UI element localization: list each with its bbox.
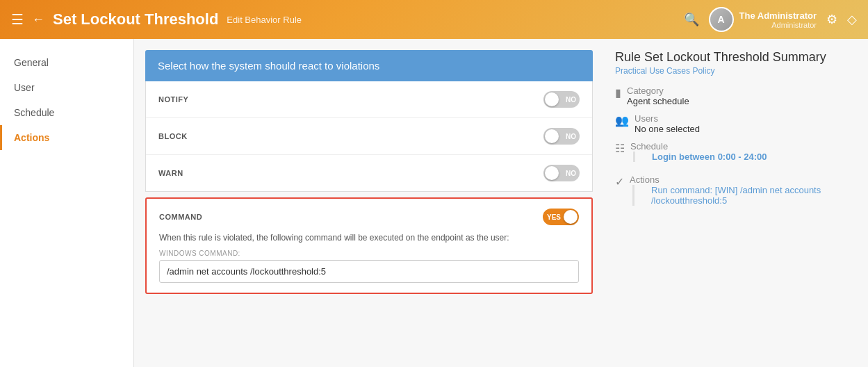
- summary-title: Rule Set Lockout Threshold Summary: [615, 50, 857, 65]
- content-left: Select how the system should react to vi…: [134, 39, 604, 367]
- avatar-image: A: [710, 8, 732, 31]
- users-icon: 👥: [615, 114, 629, 127]
- schedule-indent: Login between 0:00 - 24:00: [633, 152, 767, 162]
- schedule-value: Login between 0:00 - 24:00: [652, 152, 767, 162]
- block-toggle[interactable]: NO: [543, 128, 580, 145]
- warn-toggle-label: NO: [566, 170, 576, 177]
- summary-actions-row: ✓ Actions Run command: [WIN] /admin net …: [615, 174, 857, 211]
- command-section: COMMAND YES When this rule is violated, …: [145, 197, 593, 294]
- diamond-icon[interactable]: ◇: [847, 12, 857, 27]
- search-icon[interactable]: 🔍: [684, 12, 699, 27]
- actions-check-icon: ✓: [615, 175, 624, 188]
- command-toggle-label: YES: [547, 213, 561, 221]
- block-toggle-container: NO: [543, 128, 580, 145]
- warn-toggle[interactable]: NO: [543, 165, 580, 181]
- sidebar-item-user[interactable]: User: [0, 75, 133, 100]
- schedule-icon: ☷: [615, 142, 625, 155]
- windows-command-input[interactable]: [159, 260, 579, 283]
- notify-toggle[interactable]: NO: [543, 91, 580, 108]
- action-row-block: BLOCK NO: [146, 118, 592, 155]
- summary-category-row: ▮ Category Agent schedule: [615, 85, 857, 106]
- gear-icon[interactable]: ⚙: [826, 12, 837, 27]
- summary-subtitle-policy: Policy: [692, 66, 714, 76]
- block-toggle-label: NO: [566, 133, 576, 140]
- summary-schedule-row: ☷ Schedule Login between 0:00 - 24:00: [615, 141, 857, 168]
- command-toggle[interactable]: YES: [543, 209, 579, 225]
- summary-schedule-content: Schedule Login between 0:00 - 24:00: [630, 141, 767, 168]
- windows-command-label: WINDOWS COMMAND:: [159, 250, 579, 257]
- warn-toggle-container: NO: [543, 165, 580, 181]
- user-info: The Administrator Administrator: [739, 10, 817, 29]
- avatar: A: [709, 7, 734, 32]
- action-row-warn: WARN NO: [146, 155, 592, 191]
- command-toggle-knob: [564, 210, 578, 224]
- page-subtitle: Edit Behavior Rule: [227, 15, 302, 25]
- back-icon[interactable]: ←: [32, 13, 44, 27]
- content-right: Rule Set Lockout Threshold Summary Pract…: [604, 39, 868, 367]
- command-toggle-container: YES: [543, 209, 579, 225]
- header-right: 🔍 A The Administrator Administrator ⚙ ◇: [684, 7, 857, 32]
- command-description: When this rule is violated, the followin…: [159, 232, 579, 244]
- summary-users-row: 👥 Users No one selected: [615, 113, 857, 134]
- summary-subtitle: Practical Use Cases Policy: [615, 66, 857, 76]
- actions-command-value: Run command: [WIN] /admin net accounts /…: [651, 185, 857, 206]
- block-label: BLOCK: [158, 132, 543, 140]
- sidebar-item-general[interactable]: General: [0, 50, 133, 75]
- warn-toggle-knob: [545, 166, 559, 180]
- sidebar: General User Schedule Actions: [0, 39, 134, 367]
- command-label: COMMAND: [159, 213, 543, 221]
- notify-label: NOTIFY: [158, 95, 543, 104]
- category-key: Category: [627, 85, 689, 96]
- notify-toggle-label: NO: [566, 96, 576, 104]
- category-icon: ▮: [615, 86, 621, 99]
- warn-label: WARN: [158, 169, 543, 177]
- main-layout: General User Schedule Actions Select how…: [0, 39, 868, 367]
- page-title: Set Lockout Threshold: [53, 10, 218, 28]
- section-header: Select how the system should react to vi…: [145, 50, 593, 81]
- menu-icon[interactable]: ☰: [11, 11, 24, 28]
- category-value: Agent schedule: [627, 96, 689, 106]
- block-toggle-knob: [545, 129, 559, 143]
- summary-category-content: Category Agent schedule: [627, 85, 689, 106]
- command-header-row: COMMAND YES: [159, 209, 579, 225]
- action-rows: NOTIFY NO BLOCK NO: [145, 81, 593, 192]
- action-row-notify: NOTIFY NO: [146, 81, 592, 118]
- schedule-key: Schedule: [630, 141, 767, 152]
- actions-indent: Run command: [WIN] /admin net accounts /…: [632, 185, 857, 206]
- actions-summary-key: Actions: [630, 174, 857, 185]
- content-area: Select how the system should react to vi…: [134, 39, 868, 367]
- summary-actions-content: Actions Run command: [WIN] /admin net ac…: [630, 174, 857, 211]
- notify-toggle-knob: [545, 92, 559, 106]
- user-profile: A The Administrator Administrator: [709, 7, 817, 32]
- user-name: The Administrator: [739, 10, 817, 21]
- sidebar-item-schedule[interactable]: Schedule: [0, 100, 133, 125]
- notify-toggle-container: NO: [543, 91, 580, 108]
- user-role: Administrator: [739, 21, 817, 29]
- users-value: No one selected: [634, 124, 700, 134]
- sidebar-item-actions[interactable]: Actions: [0, 125, 133, 150]
- users-key: Users: [634, 113, 700, 124]
- summary-users-content: Users No one selected: [634, 113, 700, 134]
- schedule-time: 0:00 - 24:00: [718, 152, 767, 162]
- app-header: ☰ ← Set Lockout Threshold Edit Behavior …: [0, 0, 868, 39]
